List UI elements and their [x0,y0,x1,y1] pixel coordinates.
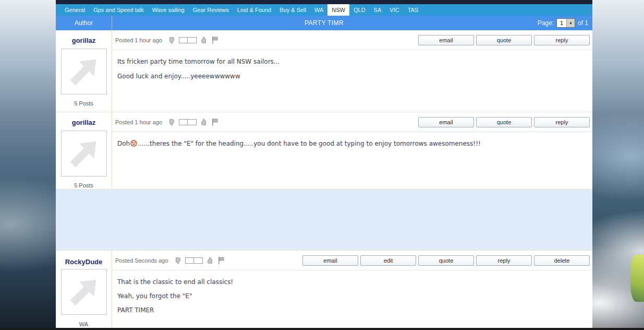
quote-button[interactable]: quote [476,35,532,45]
nav-tab-buy-and-sell[interactable]: Buy & Sell [275,4,310,16]
nav-tab-gear-reviews[interactable]: Gear Reviews [189,4,233,16]
post-row-1: gorillaz 5 Posts Posted 1 hour ago [56,30,592,112]
post2-buttons: email quote reply [416,117,590,127]
post3-body-line3: PART TIMER [117,307,587,314]
post-row-3: RockyDude WA Posted Seconds ago [56,251,592,330]
arrow-up-right-avatar-icon [65,53,103,90]
nav-tab-gps-and-speed-talk[interactable]: Gps and Speed talk [89,4,148,16]
nav-tab-wa[interactable]: WA [310,4,327,16]
thumbs-up-icon[interactable] [206,257,213,264]
forum-content: General Gps and Speed talk Wave sailing … [56,0,592,330]
bottom-dark-strip [0,328,644,330]
post2-body: Doh......theres the "E" for the heading.… [112,132,592,156]
thumbs-down-icon[interactable] [168,119,176,126]
page-label: Page: [538,19,554,27]
upvote-count-box [194,258,202,263]
thread-title: PARTY TIMR [56,19,592,27]
vote-count-boxes [179,37,197,43]
page-number-select[interactable]: 1 ▼ [556,18,575,28]
vote-count-boxes [179,119,197,125]
report-flag-icon[interactable] [212,119,218,126]
top-dark-strip [56,0,592,4]
vote-count-boxes [185,257,203,264]
post1-author-postcount: 5 Posts [74,100,93,107]
upvote-count-box [188,120,196,125]
nav-tab-lost-and-found[interactable]: Lost & Found [233,4,275,16]
post3-main: Posted Seconds ago email edit quote repl… [112,251,592,330]
blushing-doh-smiley-icon [130,140,137,148]
post2-topbar: Posted 1 hour ago email quote reply [112,112,592,132]
post1-author-panel: gorillaz 5 Posts [56,30,112,112]
post3-body: That is the classic to end all classics!… [112,270,592,321]
post-row-2: gorillaz 5 Posts Posted 1 hour ago [56,112,592,190]
forum-page: General Gps and Speed talk Wave sailing … [0,0,644,330]
reply-button[interactable]: reply [534,117,590,127]
downvote-count-box [179,38,188,43]
quote-button[interactable]: quote [476,117,532,127]
pagination-controls: Page: 1 ▼ of 1 [538,18,588,28]
post2-rating-controls [168,119,218,126]
post1-posted-time: Posted 1 hour ago [115,37,162,43]
post2-body-line1: Doh......theres the "E" for the heading.… [117,140,587,148]
report-flag-icon[interactable] [212,37,218,44]
arrow-up-right-avatar-icon [65,273,103,311]
post3-posted-time: Posted Seconds ago [115,257,168,264]
nav-tab-general[interactable]: General [60,4,89,16]
post3-buttons: email edit quote reply delete [300,255,590,266]
dropdown-arrow-icon[interactable]: ▼ [566,19,575,27]
arrow-up-right-avatar-icon [65,135,103,172]
post3-rating-controls [175,257,224,264]
post1-main: Posted 1 hour ago email quote reply Its [112,30,592,112]
post3-author-panel: RockyDude WA [56,251,112,330]
page-number-value: 1 [557,19,566,27]
reply-button[interactable]: reply [534,35,590,45]
post1-body-line2: Good luck and enjoy.....yeeeewwwwww [117,73,587,80]
thumbs-down-icon[interactable] [168,37,176,44]
nav-tab-sa[interactable]: SA [370,4,386,16]
post3-topbar: Posted Seconds ago email edit quote repl… [112,251,592,270]
report-flag-icon[interactable] [218,257,224,264]
thread-header-bar: PARTY TIMR Author Page: 1 ▼ of 1 [56,16,592,30]
reply-button[interactable]: reply [476,255,532,266]
delete-button[interactable]: delete [534,255,590,266]
avatar[interactable] [61,49,107,95]
post1-body: Its fricken party time tomorrow for all … [112,50,592,87]
post1-rating-controls [168,37,218,44]
post3-author-name[interactable]: RockyDude [65,258,103,266]
downvote-count-box [179,120,188,125]
nav-tab-vic[interactable]: VIC [385,4,403,16]
nav-tab-nsw-active[interactable]: NSW [327,4,349,16]
post1-buttons: email quote reply [416,35,590,45]
post2-author-name[interactable]: gorillaz [72,119,96,126]
post1-body-line1: Its fricken party time tomorrow for all … [117,58,587,65]
downvote-count-box [186,258,195,263]
edit-button[interactable]: edit [360,255,416,266]
post1-author-name[interactable]: gorillaz [72,37,96,44]
post2-text-before-emoji: Doh [117,140,130,147]
quote-button[interactable]: quote [418,255,474,266]
avatar[interactable] [61,131,107,176]
thumbs-up-icon[interactable] [200,119,207,126]
post2-author-panel: gorillaz 5 Posts [56,112,112,189]
email-button[interactable]: email [418,117,474,127]
post2-text-after-emoji: ......theres the "E" for the heading....… [138,140,481,147]
forum-nav-bar: General Gps and Speed talk Wave sailing … [56,4,592,16]
post2-main: Posted 1 hour ago email quote reply Doh. [112,112,592,189]
post3-author-location: WA [79,321,88,327]
post3-body-line2: Yeah, you forgot the "E" [117,292,587,300]
post1-topbar: Posted 1 hour ago email quote reply [112,30,592,50]
nav-tab-qld[interactable]: QLD [349,4,370,16]
post2-posted-time: Posted 1 hour ago [115,119,162,125]
page-of-label: of 1 [578,19,588,27]
thumbs-up-icon[interactable] [200,37,207,44]
email-button[interactable]: email [418,35,474,45]
post2-author-postcount: 5 Posts [74,182,93,188]
email-button[interactable]: email [302,255,358,266]
avatar[interactable] [61,269,107,315]
nav-tab-tas[interactable]: TAS [404,4,423,16]
post3-body-line1: That is the classic to end all classics! [117,278,587,286]
upvote-count-box [188,38,196,43]
nav-tab-wave-sailing[interactable]: Wave sailing [148,4,189,16]
windsurfer-sail-photo-fragment [630,255,644,302]
thumbs-down-icon[interactable] [175,257,182,264]
